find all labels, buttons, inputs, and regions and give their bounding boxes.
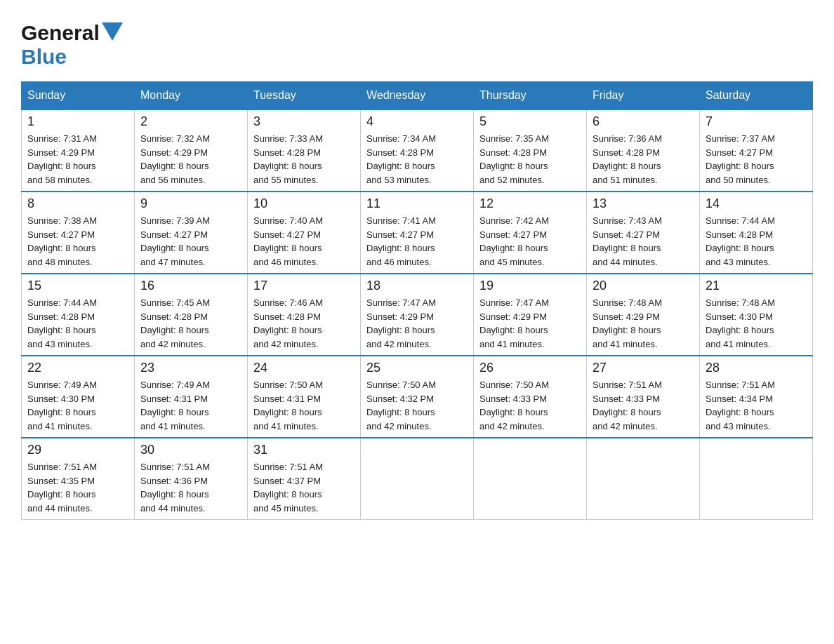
svg-marker-0 [102, 22, 123, 41]
calendar-cell: 10Sunrise: 7:40 AMSunset: 4:27 PMDayligh… [248, 192, 361, 274]
day-info: Sunrise: 7:41 AMSunset: 4:27 PMDaylight:… [366, 214, 468, 269]
day-info: Sunrise: 7:35 AMSunset: 4:28 PMDaylight:… [479, 132, 581, 187]
column-header-thursday: Thursday [474, 82, 587, 110]
day-info: Sunrise: 7:38 AMSunset: 4:27 PMDaylight:… [27, 214, 128, 269]
page-header: General Blue [21, 14, 813, 69]
calendar-cell: 1Sunrise: 7:31 AMSunset: 4:29 PMDaylight… [22, 109, 135, 192]
day-info: Sunrise: 7:37 AMSunset: 4:27 PMDaylight:… [706, 132, 807, 187]
calendar-cell: 7Sunrise: 7:37 AMSunset: 4:27 PMDaylight… [700, 109, 813, 192]
calendar-cell: 16Sunrise: 7:45 AMSunset: 4:28 PMDayligh… [135, 274, 248, 356]
calendar-cell: 27Sunrise: 7:51 AMSunset: 4:33 PMDayligh… [587, 356, 700, 438]
calendar-cell: 11Sunrise: 7:41 AMSunset: 4:27 PMDayligh… [361, 192, 474, 274]
calendar-cell [361, 438, 474, 520]
week-row-2: 8Sunrise: 7:38 AMSunset: 4:27 PMDaylight… [22, 192, 813, 274]
column-header-tuesday: Tuesday [248, 82, 361, 110]
calendar-cell: 28Sunrise: 7:51 AMSunset: 4:34 PMDayligh… [700, 356, 813, 438]
calendar-cell: 24Sunrise: 7:50 AMSunset: 4:31 PMDayligh… [248, 356, 361, 438]
day-number: 16 [140, 279, 241, 293]
calendar-cell: 8Sunrise: 7:38 AMSunset: 4:27 PMDaylight… [22, 192, 135, 274]
day-number: 28 [706, 361, 807, 375]
day-number: 21 [706, 279, 807, 293]
day-number: 4 [366, 114, 468, 129]
day-number: 10 [253, 196, 355, 211]
day-number: 6 [593, 114, 694, 129]
day-info: Sunrise: 7:47 AMSunset: 4:29 PMDaylight:… [366, 296, 468, 351]
calendar-cell: 31Sunrise: 7:51 AMSunset: 4:37 PMDayligh… [248, 438, 361, 520]
day-info: Sunrise: 7:50 AMSunset: 4:32 PMDaylight:… [366, 378, 468, 433]
day-info: Sunrise: 7:36 AMSunset: 4:28 PMDaylight:… [593, 132, 694, 187]
calendar-cell: 19Sunrise: 7:47 AMSunset: 4:29 PMDayligh… [474, 274, 587, 356]
calendar-cell: 26Sunrise: 7:50 AMSunset: 4:33 PMDayligh… [474, 356, 587, 438]
calendar-cell: 4Sunrise: 7:34 AMSunset: 4:28 PMDaylight… [361, 109, 474, 192]
week-row-1: 1Sunrise: 7:31 AMSunset: 4:29 PMDaylight… [22, 109, 813, 192]
calendar-table: SundayMondayTuesdayWednesdayThursdayFrid… [21, 81, 813, 520]
calendar-cell: 22Sunrise: 7:49 AMSunset: 4:30 PMDayligh… [22, 356, 135, 438]
week-row-5: 29Sunrise: 7:51 AMSunset: 4:35 PMDayligh… [22, 438, 813, 520]
day-number: 3 [253, 114, 355, 129]
calendar-cell [700, 438, 813, 520]
day-number: 2 [140, 114, 241, 129]
week-row-4: 22Sunrise: 7:49 AMSunset: 4:30 PMDayligh… [22, 356, 813, 438]
column-header-monday: Monday [135, 82, 248, 110]
day-info: Sunrise: 7:45 AMSunset: 4:28 PMDaylight:… [140, 296, 241, 351]
day-info: Sunrise: 7:49 AMSunset: 4:30 PMDaylight:… [27, 378, 128, 433]
logo: General Blue [21, 21, 123, 69]
day-number: 5 [479, 114, 581, 129]
day-info: Sunrise: 7:51 AMSunset: 4:35 PMDaylight:… [27, 460, 128, 515]
calendar-cell: 30Sunrise: 7:51 AMSunset: 4:36 PMDayligh… [135, 438, 248, 520]
day-number: 1 [27, 114, 128, 129]
day-info: Sunrise: 7:51 AMSunset: 4:33 PMDaylight:… [593, 378, 694, 433]
day-info: Sunrise: 7:50 AMSunset: 4:33 PMDaylight:… [479, 378, 581, 433]
day-number: 23 [140, 361, 241, 375]
day-number: 30 [140, 443, 241, 457]
day-info: Sunrise: 7:44 AMSunset: 4:28 PMDaylight:… [706, 214, 807, 269]
column-header-friday: Friday [587, 82, 700, 110]
day-number: 22 [27, 361, 128, 375]
day-info: Sunrise: 7:32 AMSunset: 4:29 PMDaylight:… [140, 132, 241, 187]
day-number: 20 [593, 279, 694, 293]
day-number: 14 [706, 196, 807, 211]
week-row-3: 15Sunrise: 7:44 AMSunset: 4:28 PMDayligh… [22, 274, 813, 356]
day-info: Sunrise: 7:43 AMSunset: 4:27 PMDaylight:… [593, 214, 694, 269]
day-info: Sunrise: 7:39 AMSunset: 4:27 PMDaylight:… [140, 214, 241, 269]
calendar-cell: 12Sunrise: 7:42 AMSunset: 4:27 PMDayligh… [474, 192, 587, 274]
logo-triangle-icon [102, 22, 123, 41]
calendar-cell: 3Sunrise: 7:33 AMSunset: 4:28 PMDaylight… [248, 109, 361, 192]
calendar-cell: 2Sunrise: 7:32 AMSunset: 4:29 PMDaylight… [135, 109, 248, 192]
logo-general-text: General [21, 21, 100, 45]
day-number: 9 [140, 196, 241, 211]
calendar-cell: 6Sunrise: 7:36 AMSunset: 4:28 PMDaylight… [587, 109, 700, 192]
day-number: 11 [366, 196, 468, 211]
day-number: 31 [253, 443, 355, 457]
day-info: Sunrise: 7:40 AMSunset: 4:27 PMDaylight:… [253, 214, 355, 269]
calendar-cell: 5Sunrise: 7:35 AMSunset: 4:28 PMDaylight… [474, 109, 587, 192]
day-number: 25 [366, 361, 468, 375]
calendar-cell [587, 438, 700, 520]
day-number: 29 [27, 443, 128, 457]
calendar-cell: 15Sunrise: 7:44 AMSunset: 4:28 PMDayligh… [22, 274, 135, 356]
calendar-cell: 25Sunrise: 7:50 AMSunset: 4:32 PMDayligh… [361, 356, 474, 438]
day-info: Sunrise: 7:34 AMSunset: 4:28 PMDaylight:… [366, 132, 468, 187]
calendar-cell: 18Sunrise: 7:47 AMSunset: 4:29 PMDayligh… [361, 274, 474, 356]
day-info: Sunrise: 7:46 AMSunset: 4:28 PMDaylight:… [253, 296, 355, 351]
calendar-cell: 13Sunrise: 7:43 AMSunset: 4:27 PMDayligh… [587, 192, 700, 274]
day-number: 17 [253, 279, 355, 293]
column-header-sunday: Sunday [22, 82, 135, 110]
calendar-cell: 23Sunrise: 7:49 AMSunset: 4:31 PMDayligh… [135, 356, 248, 438]
day-info: Sunrise: 7:42 AMSunset: 4:27 PMDaylight:… [479, 214, 581, 269]
day-info: Sunrise: 7:33 AMSunset: 4:28 PMDaylight:… [253, 132, 355, 187]
day-number: 19 [479, 279, 581, 293]
day-number: 18 [366, 279, 468, 293]
day-number: 27 [593, 361, 694, 375]
day-number: 15 [27, 279, 128, 293]
day-info: Sunrise: 7:44 AMSunset: 4:28 PMDaylight:… [27, 296, 128, 351]
calendar-cell [474, 438, 587, 520]
day-number: 13 [593, 196, 694, 211]
calendar-cell: 20Sunrise: 7:48 AMSunset: 4:29 PMDayligh… [587, 274, 700, 356]
day-number: 7 [706, 114, 807, 129]
day-info: Sunrise: 7:49 AMSunset: 4:31 PMDaylight:… [140, 378, 241, 433]
calendar-cell: 17Sunrise: 7:46 AMSunset: 4:28 PMDayligh… [248, 274, 361, 356]
logo-blue-text: Blue [21, 45, 67, 68]
day-info: Sunrise: 7:51 AMSunset: 4:36 PMDaylight:… [140, 460, 241, 515]
column-header-wednesday: Wednesday [361, 82, 474, 110]
